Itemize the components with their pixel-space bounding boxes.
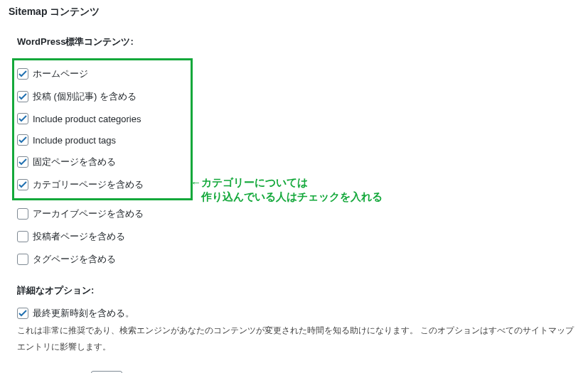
checkbox-tag-pages[interactable]: タグページを含める — [17, 253, 582, 266]
checkbox-icon — [17, 134, 28, 146]
checkbox-icon — [17, 254, 28, 265]
checkbox-icon — [17, 308, 28, 319]
checkbox-category-pages[interactable]: カテゴリーページを含める ←カテゴリーについては 作り込んでいる人はチェックを入… — [17, 178, 188, 191]
lastmod-helper: これは非常に推奨であり、検索エンジンがあなたのコンテンツが変更された時間を知る助… — [17, 323, 582, 355]
checkbox-label: アーカイブページを含める — [33, 207, 144, 220]
checkbox-product-categories[interactable]: Include product categories — [17, 113, 188, 124]
links-per-page-input[interactable] — [91, 371, 122, 373]
checkbox-product-tags[interactable]: Include product tags — [17, 134, 188, 146]
annotation-text: ←カテゴリーについては 作り込んでいる人はチェックを入れる — [191, 175, 383, 203]
checkbox-label: カテゴリーページを含める — [33, 178, 144, 191]
checkbox-pages[interactable]: 固定ページを含める — [17, 156, 188, 168]
advanced-heading: 詳細なオプション: — [17, 284, 582, 297]
checkbox-label: Include product categories — [33, 114, 141, 124]
standard-heading: WordPress標準コンテンツ: — [17, 36, 582, 48]
checkbox-homepage[interactable]: ホームページ — [17, 67, 188, 80]
checkbox-label: 投稿 (個別記事) を含める — [33, 90, 137, 103]
checkbox-icon — [17, 91, 28, 102]
checkbox-lastmod[interactable]: 最終更新時刻を含める。 — [17, 307, 582, 320]
checkbox-posts[interactable]: 投稿 (個別記事) を含める — [17, 90, 188, 103]
checkbox-author-pages[interactable]: 投稿者ページを含める — [17, 230, 582, 243]
annotation-line2: 作り込んでいる人はチェックを入れる — [191, 190, 383, 202]
checkbox-label: 固定ページを含める — [33, 156, 116, 168]
checkbox-label: 投稿者ページを含める — [33, 230, 125, 243]
checkbox-icon — [17, 113, 28, 124]
checkbox-archive-pages[interactable]: アーカイブページを含める — [17, 207, 582, 220]
checkbox-icon — [17, 179, 28, 190]
checkbox-icon — [17, 208, 28, 220]
checkbox-label: Include product tags — [33, 135, 116, 146]
checkbox-icon — [17, 156, 28, 168]
checkbox-label: ホームページ — [33, 67, 88, 80]
highlighted-group: ホームページ 投稿 (個別記事) を含める Include product ca… — [12, 58, 193, 200]
annotation-line1: ←カテゴリーについては — [191, 176, 308, 188]
checkbox-icon — [17, 68, 28, 80]
checkbox-label: タグページを含める — [33, 253, 116, 266]
section-title: Sitemap コンテンツ — [9, 6, 582, 18]
checkbox-label: 最終更新時刻を含める。 — [33, 307, 134, 320]
checkbox-icon — [17, 231, 28, 242]
